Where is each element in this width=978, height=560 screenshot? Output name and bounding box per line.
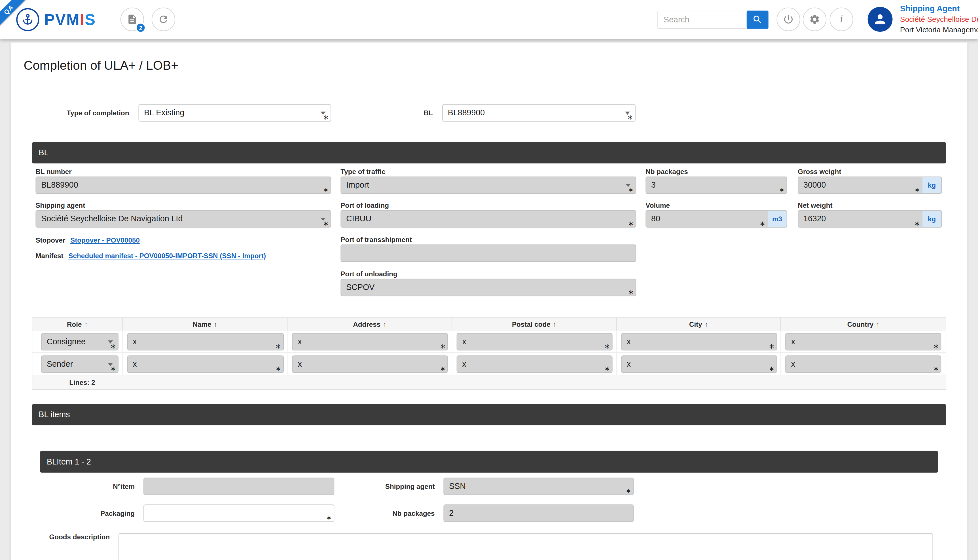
shipping-agent-label: Shipping agent: [35, 202, 85, 209]
search-bar: [658, 10, 768, 28]
required-icon: ∗: [275, 343, 281, 350]
required-icon: ∗: [323, 187, 329, 193]
column-header-address[interactable]: Address ↑: [288, 318, 452, 330]
completion-type-label: Type of completion: [23, 104, 129, 122]
stopover-link[interactable]: Stopover - POV00050: [70, 237, 140, 244]
parties-table-header: Role ↑ Name ↑ Address ↑ Postal code ↑ Ci…: [32, 318, 945, 330]
required-icon: ∗: [440, 365, 446, 372]
main-content: Completion of ULA+ / LOB+ Type of comple…: [10, 43, 967, 560]
port-of-loading-input[interactable]: CIBUU ∗: [340, 210, 636, 228]
country-input[interactable]: x ∗: [786, 333, 941, 350]
city-input[interactable]: x ∗: [621, 333, 777, 350]
packaging-input[interactable]: ∗: [144, 505, 334, 522]
user-avatar[interactable]: [868, 7, 893, 32]
net-weight-input[interactable]: 16320 ∗ kg: [798, 210, 942, 228]
port-of-transshipment-label: Port of transshipment: [340, 236, 412, 243]
shipping-agent-select[interactable]: Société Seychelloise De Navigation Ltd ∗: [35, 210, 331, 228]
city-input[interactable]: x ∗: [621, 355, 777, 373]
column-header-role[interactable]: Role ↑: [32, 318, 123, 330]
item-nb-packages-input[interactable]: 2: [443, 505, 634, 522]
nb-packages-input[interactable]: 3 ∗: [646, 177, 787, 194]
port-of-transshipment-input[interactable]: [340, 245, 636, 262]
unit-suffix: kg: [923, 177, 941, 193]
required-icon: ∗: [275, 365, 281, 372]
app-viewport: PVMIS 2: [0, 0, 978, 560]
completion-type-select[interactable]: BL Existing ∗: [139, 104, 331, 122]
sort-asc-icon: ↑: [705, 320, 708, 328]
postal-code-input[interactable]: x ∗: [457, 333, 613, 350]
info-button[interactable]: i: [829, 7, 853, 31]
name-input[interactable]: x ∗: [127, 333, 284, 350]
role-select[interactable]: Consignee ∗: [41, 333, 118, 350]
required-icon: ∗: [933, 343, 939, 350]
required-icon: ∗: [625, 488, 631, 495]
required-icon: ∗: [323, 114, 329, 121]
bl-picker-label: BL: [372, 104, 433, 122]
info-icon: i: [840, 13, 843, 25]
goods-description-textarea[interactable]: [118, 533, 933, 560]
volume-label: Volume: [646, 202, 670, 209]
postal-code-input[interactable]: x ∗: [457, 355, 613, 373]
logout-button[interactable]: [776, 7, 800, 31]
role-select[interactable]: Sender ∗: [41, 355, 118, 373]
table-row: Consignee ∗ x ∗ x ∗: [32, 330, 945, 353]
sort-asc-icon: ↑: [383, 320, 386, 328]
required-icon: ∗: [769, 365, 774, 372]
port-of-unloading-input[interactable]: SCPOV ∗: [340, 279, 636, 297]
nb-packages-label: Nb packages: [646, 168, 688, 175]
volume-input[interactable]: 80 ∗ m3: [646, 210, 787, 228]
gross-weight-label: Gross weight: [798, 168, 841, 175]
notifications-button[interactable]: 2: [120, 7, 144, 31]
user-info[interactable]: Shipping Agent Société Seychelloise De P…: [900, 4, 978, 34]
gross-weight-input[interactable]: 30000 ∗ kg: [798, 177, 942, 194]
traffic-type-label: Type of traffic: [340, 168, 385, 175]
column-header-city[interactable]: City ↑: [617, 318, 781, 330]
required-icon: ∗: [769, 343, 774, 350]
column-header-country[interactable]: Country ↑: [781, 318, 946, 330]
search-input[interactable]: [658, 10, 747, 28]
top-bar: PVMIS 2: [0, 0, 978, 39]
manifest-label: Manifest: [35, 252, 63, 259]
item-nb-packages-label: Nb packages: [347, 505, 435, 522]
name-input[interactable]: x ∗: [127, 355, 284, 373]
stopover-row: Stopover Stopover - POV00050: [35, 237, 140, 244]
lines-count: Lines: 2: [32, 378, 95, 386]
item-shipping-agent-label: Shipping agent: [347, 478, 435, 495]
required-icon: ∗: [628, 187, 634, 193]
traffic-type-select[interactable]: Import ∗: [340, 177, 636, 194]
user-role: Shipping Agent: [900, 4, 978, 13]
required-icon: ∗: [110, 365, 116, 372]
required-icon: ∗: [604, 343, 610, 350]
table-footer: Lines: 2: [32, 375, 945, 389]
item-shipping-agent-input[interactable]: SSN ∗: [443, 478, 634, 495]
packaging-label: Packaging: [48, 505, 135, 522]
country-input[interactable]: x ∗: [786, 355, 941, 373]
notification-badge: 2: [135, 22, 146, 33]
required-icon: ∗: [628, 114, 633, 121]
refresh-icon: [158, 13, 169, 25]
required-icon: ∗: [326, 514, 332, 521]
user-agent-name: Société Seychelloise De: [900, 15, 978, 24]
bl-number-label: BL number: [35, 168, 72, 175]
settings-button[interactable]: [803, 7, 827, 31]
bl-select[interactable]: BL889900 ∗: [442, 104, 636, 122]
column-header-name[interactable]: Name ↑: [123, 318, 288, 330]
parties-table: Role ↑ Name ↑ Address ↑ Postal code ↑ Ci…: [32, 317, 946, 390]
n-item-input[interactable]: [144, 478, 334, 495]
required-icon: ∗: [604, 365, 610, 372]
port-of-unloading-label: Port of unloading: [340, 270, 397, 277]
manifest-link[interactable]: Scheduled manifest - POV00050-IMPORT-SSN…: [68, 252, 266, 259]
section-header-bl: BL: [32, 142, 946, 163]
qa-ribbon: QA: [0, 0, 34, 34]
stopover-label: Stopover: [35, 237, 65, 244]
address-input[interactable]: x ∗: [292, 355, 448, 373]
refresh-button[interactable]: [152, 7, 175, 31]
column-header-postal-code[interactable]: Postal code ↑: [452, 318, 617, 330]
bl-number-input[interactable]: BL889900 ∗: [35, 177, 331, 194]
address-input[interactable]: x ∗: [292, 333, 448, 350]
section-header-bl-items: BL items: [32, 404, 946, 425]
document-icon: [127, 13, 138, 25]
goods-description-label: Goods description: [29, 530, 110, 543]
search-icon: [752, 15, 763, 25]
search-button[interactable]: [747, 10, 768, 28]
